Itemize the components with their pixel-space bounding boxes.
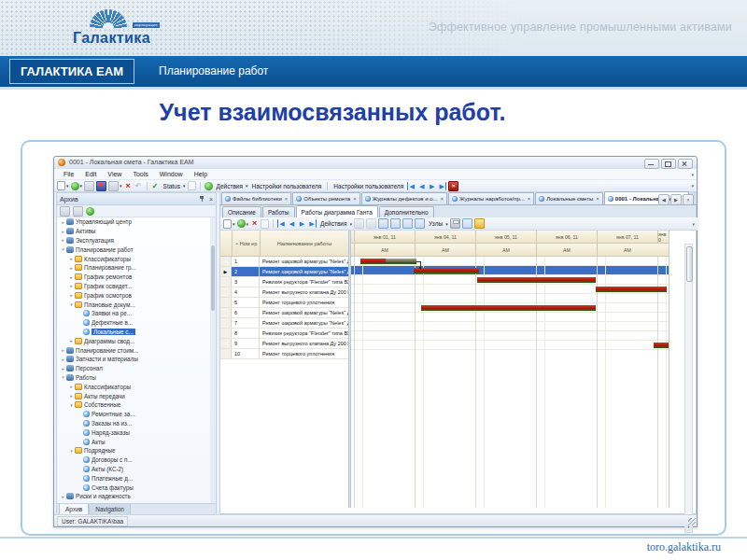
table-row[interactable]: 9Ремонт выгрузного клапана Ду 200 Ру 16: [220, 339, 348, 349]
expand-arrow[interactable]: ▸: [60, 494, 66, 499]
tree-item[interactable]: ▸Классификаторы: [57, 382, 210, 391]
chart-settings-icon[interactable]: [354, 218, 364, 229]
tree-item[interactable]: Договоры с п...: [57, 455, 210, 465]
gantt-actions-dropdown-icon[interactable]: ▾: [350, 221, 353, 227]
tab-close-icon[interactable]: ×: [353, 196, 357, 202]
expand-arrow[interactable]: ▸: [60, 229, 66, 234]
nodes-button[interactable]: Узлы: [427, 220, 444, 227]
tree-item[interactable]: ▸Акты передачи: [57, 391, 210, 400]
first-row-icon[interactable]: ◀: [277, 219, 286, 228]
window-titlebar[interactable]: 0001 - Локальная смета - Галактика EAM: [54, 157, 697, 170]
gantt-bar[interactable]: [414, 268, 479, 273]
refresh-dropdown-icon[interactable]: ▾: [80, 183, 83, 189]
gantt-row[interactable]: [351, 313, 669, 322]
new-row-icon[interactable]: [223, 219, 232, 229]
print-icon[interactable]: [450, 218, 460, 229]
gantt-bar[interactable]: [360, 262, 416, 264]
tree-item[interactable]: ▸Диаграммы свод...: [57, 336, 210, 345]
last-row-icon[interactable]: ▶: [308, 219, 317, 228]
maximize-button[interactable]: [661, 159, 676, 169]
gantt-row[interactable]: [351, 341, 669, 350]
first-record-icon[interactable]: ◀: [407, 182, 416, 190]
collapse-tree-icon[interactable]: [60, 206, 70, 217]
expand-arrow[interactable]: ▸: [68, 274, 75, 280]
prev-row-icon[interactable]: ◀: [288, 219, 296, 228]
table-row[interactable]: 10Ремонт торцевого уплотнения: [220, 349, 348, 359]
gantt-bar[interactable]: [477, 277, 596, 283]
status-check-icon[interactable]: ✓: [151, 182, 160, 190]
expand-arrow[interactable]: ▸: [60, 219, 66, 225]
last-record-icon[interactable]: ▶: [438, 182, 446, 190]
tree-scrollbar-thumb[interactable]: [211, 245, 215, 311]
menu-item-tools[interactable]: Tools: [127, 171, 153, 177]
menu-item-window[interactable]: Window: [154, 171, 189, 177]
sidebar-close-icon[interactable]: ×: [209, 196, 213, 203]
tabs-scroll-left-icon[interactable]: ◀: [658, 194, 669, 205]
resize-grip[interactable]: [688, 518, 696, 525]
doc-tab[interactable]: Объекты ремонта×: [292, 192, 359, 204]
delete-row-icon[interactable]: ×: [250, 219, 259, 228]
table-row[interactable]: 6Ремонт шаровой арматуры "Neles" Ду 100 …: [220, 308, 348, 318]
status-dropdown-icon[interactable]: ▾: [183, 183, 186, 189]
gantt-row[interactable]: [351, 322, 669, 331]
expand-arrow[interactable]: ▾: [60, 246, 66, 252]
table-row[interactable]: 8Ревизия редуктора "Flender" типа B25X10: [220, 329, 348, 339]
tree-item[interactable]: ▸Классификаторы: [57, 254, 210, 263]
menu-item-file[interactable]: File: [58, 171, 79, 177]
sub-tab[interactable]: Описание: [222, 206, 261, 217]
tab-close-icon[interactable]: ×: [285, 196, 289, 202]
tree-item[interactable]: Платежные д...: [57, 473, 210, 483]
tree-item[interactable]: Акты (КС-2): [57, 465, 210, 474]
tree-item[interactable]: ▸Планирование гр...: [57, 263, 210, 273]
menu-overflow-icon[interactable]: ▾: [691, 172, 694, 177]
expand-arrow[interactable]: ▸: [68, 338, 75, 343]
expand-arrow[interactable]: ▸: [68, 292, 75, 298]
tree-scrollbar[interactable]: [210, 217, 216, 503]
refresh-icon[interactable]: [71, 182, 79, 190]
table-row[interactable]: ▶2Ремонт шаровой арматуры "Neles" Ду 150…: [220, 267, 348, 277]
new-row-dropdown-icon[interactable]: ▾: [233, 221, 235, 227]
tree-item[interactable]: ▸Риски и надежность: [57, 492, 210, 501]
tab-close-icon[interactable]: ×: [596, 196, 599, 202]
save-all-icon[interactable]: [96, 181, 106, 191]
table-row[interactable]: 5Ремонт торцевого уплотнения: [220, 298, 348, 308]
next-record-icon[interactable]: ▶: [428, 182, 436, 190]
preview-icon[interactable]: [462, 218, 472, 229]
expand-arrow[interactable]: ▸: [68, 384, 75, 389]
tree-item[interactable]: ▸Персонал: [57, 364, 210, 373]
tree-item[interactable]: ▾Плановые докум...: [57, 300, 210, 309]
doc-tab[interactable]: Журналы дефектов и о...×: [361, 192, 447, 204]
actions-dropdown-icon[interactable]: ▾: [246, 183, 248, 189]
table-row[interactable]: 1Ремонт шаровой арматуры "Neles" Ду 100 …: [220, 257, 348, 267]
tree-item[interactable]: Счета фактуры: [57, 483, 210, 492]
save-icon[interactable]: [84, 181, 94, 191]
tab-close-icon[interactable]: ×: [528, 196, 531, 202]
exit-icon[interactable]: ×: [448, 181, 458, 191]
close-button[interactable]: [678, 159, 693, 169]
doc-tab[interactable]: Локальные сметы×: [535, 192, 602, 204]
expand-arrow[interactable]: ▸: [60, 366, 66, 371]
links-view-icon[interactable]: [390, 218, 401, 229]
status-button[interactable]: Status: [162, 183, 182, 189]
tree-item[interactable]: Заказы на из...: [57, 419, 210, 428]
table-row[interactable]: 7Ремонт шаровой арматуры "Neles" Ду 150 …: [220, 318, 348, 329]
copy-dropdown-icon[interactable]: ▾: [120, 183, 122, 189]
gantt-vscrollbar[interactable]: ▼: [684, 244, 693, 533]
gantt-bar[interactable]: [421, 305, 596, 311]
doc-tab[interactable]: Журналы наработок/пр...×: [448, 192, 534, 204]
minimize-button[interactable]: [644, 159, 659, 169]
tabs-close-icon[interactable]: ×: [683, 194, 694, 205]
tree-item[interactable]: ▾Работы: [57, 373, 210, 383]
gantt-actions-button[interactable]: Действия: [318, 220, 348, 227]
expand-arrow[interactable]: ▸: [68, 256, 75, 261]
refresh2-icon[interactable]: [237, 219, 246, 228]
gantt-row[interactable]: [351, 294, 669, 303]
gantt-vscrollbar-thumb[interactable]: [686, 246, 693, 282]
name-column-header[interactable]: Наименование работы: [260, 231, 348, 257]
expand-arrow[interactable]: ▸: [60, 347, 66, 353]
tree-item[interactable]: Ремонтные за...: [57, 410, 210, 419]
gantt-toolbar-overflow-icon[interactable]: ▾: [692, 221, 695, 227]
tree-item[interactable]: Локальные с...: [57, 328, 210, 337]
refresh2-dropdown-icon[interactable]: ▾: [247, 221, 249, 227]
tabs-scroll-right-icon[interactable]: ▶: [670, 194, 682, 205]
